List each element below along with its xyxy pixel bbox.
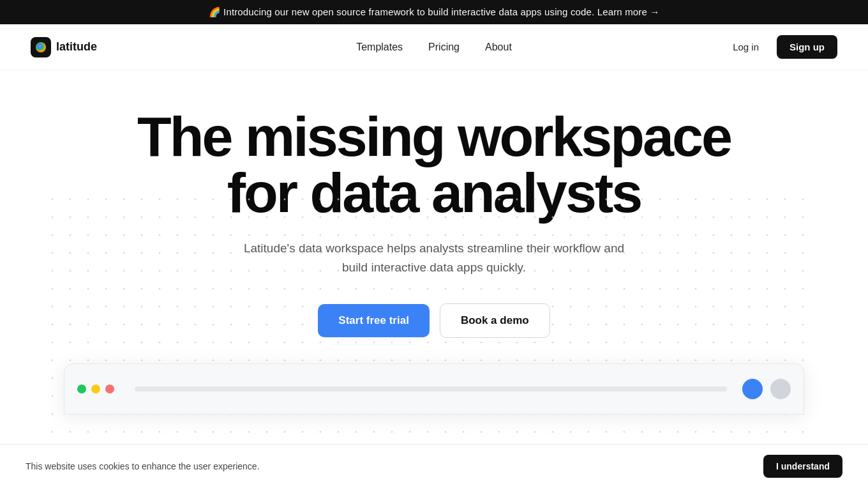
nav-link-about[interactable]: About xyxy=(485,42,512,53)
svg-point-1 xyxy=(36,42,46,52)
preview-avatar-gray xyxy=(770,379,791,399)
cookie-banner: This website uses cookies to enhance the… xyxy=(0,444,868,488)
announcement-emoji: 🌈 xyxy=(209,6,221,17)
announcement-body: Introducing our new open source framewor… xyxy=(223,6,594,17)
preview-url-bar xyxy=(135,386,727,392)
preview-dot-red xyxy=(105,385,114,393)
announcement-bar: 🌈 Introducing our new open source framew… xyxy=(0,0,868,24)
logo-text: latitude xyxy=(56,40,97,54)
book-demo-button[interactable]: Book a demo xyxy=(440,303,550,338)
signup-button[interactable]: Sign up xyxy=(777,35,837,59)
preview-dot-green xyxy=(77,385,86,393)
announcement-link[interactable]: Learn more → xyxy=(597,6,660,17)
nav-link-templates[interactable]: Templates xyxy=(356,42,403,53)
start-trial-button[interactable]: Start free trial xyxy=(318,304,430,337)
preview-dot-green2 xyxy=(91,385,100,393)
nav-links: Templates Pricing About xyxy=(356,42,512,53)
login-button[interactable]: Log in xyxy=(725,36,767,57)
hero-section: The missing workspace for data analysts … xyxy=(0,70,868,441)
nav-link-pricing[interactable]: Pricing xyxy=(428,42,460,53)
cta-group: Start free trial Book a demo xyxy=(318,303,550,338)
hero-subtitle: Latitude's data workspace helps analysts… xyxy=(243,239,625,278)
preview-avatar-blue xyxy=(742,379,763,399)
logo-icon xyxy=(31,37,51,57)
logo[interactable]: latitude xyxy=(31,37,97,57)
app-preview-card xyxy=(64,363,804,415)
nav-actions: Log in Sign up xyxy=(725,35,837,59)
cookie-message: This website uses cookies to enhance the… xyxy=(26,461,260,471)
cookie-accept-button[interactable]: I understand xyxy=(763,455,842,478)
navbar: latitude Templates Pricing About Log in … xyxy=(0,24,868,70)
hero-title: The missing workspace for data analysts xyxy=(137,109,731,221)
